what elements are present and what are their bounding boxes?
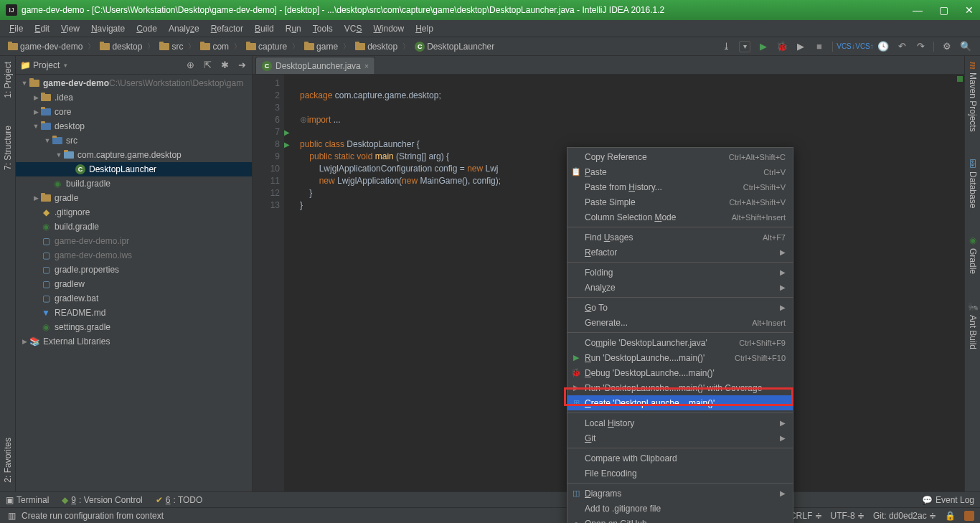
- menu-build[interactable]: Build: [250, 22, 279, 35]
- menu-navigate[interactable]: Navigate: [86, 22, 130, 35]
- search-icon[interactable]: 🔍: [960, 41, 971, 52]
- tree-root[interactable]: ▼game-dev-demo C:\Users\Workstation\Desk…: [16, 76, 252, 90]
- context-item[interactable]: Find UsagesAlt+F7: [567, 230, 793, 245]
- tree-item[interactable]: ▢gradlew.bat: [16, 291, 252, 306]
- tab-terminal[interactable]: ▣Terminal: [6, 495, 49, 505]
- breadcrumb-item[interactable]: desktop: [352, 41, 401, 52]
- collapse-icon[interactable]: ⇱: [202, 60, 213, 71]
- tree-item[interactable]: ▢game-dev-demo.ipr: [16, 234, 252, 248]
- tree-item[interactable]: ▼desktop: [16, 119, 252, 133]
- tree-item[interactable]: ▶core: [16, 105, 252, 119]
- context-item[interactable]: ○Open on GitHub: [567, 516, 793, 523]
- coverage-icon[interactable]: ▶: [795, 41, 806, 52]
- menu-run[interactable]: Run: [281, 22, 306, 35]
- tab-maven[interactable]: mMaven Projects: [966, 59, 980, 135]
- tree-item[interactable]: ▼README.md: [16, 306, 252, 320]
- menu-edit[interactable]: Edit: [29, 22, 55, 35]
- run-gutter-icon[interactable]: ▶: [284, 126, 290, 138]
- context-item[interactable]: Local History▶: [567, 415, 793, 430]
- project-tree[interactable]: ▼game-dev-demo C:\Users\Workstation\Desk…: [16, 75, 252, 491]
- breadcrumb-item[interactable]: src: [156, 41, 187, 52]
- menu-vcs[interactable]: VCS: [339, 22, 367, 35]
- tree-item[interactable]: ▢gradle.properties: [16, 263, 252, 277]
- menu-refactor[interactable]: Refactor: [206, 22, 248, 35]
- line-separator[interactable]: CRLF ≑: [790, 511, 822, 521]
- close-tab-icon[interactable]: ×: [364, 62, 369, 70]
- tree-item[interactable]: ▶.idea: [16, 90, 252, 105]
- vcs-history-icon[interactable]: 🕓: [877, 41, 889, 52]
- tab-structure[interactable]: 7: Structure: [1, 123, 14, 173]
- tab-favorites[interactable]: 2: Favorites: [1, 435, 14, 486]
- context-item[interactable]: 🐞Debug 'DesktopLaunche....main()': [567, 365, 793, 380]
- debug-icon[interactable]: 🐞: [776, 41, 788, 52]
- tree-item[interactable]: CDesktopLauncher: [16, 162, 252, 176]
- vcs-commit-icon[interactable]: VCS↑: [859, 41, 870, 52]
- run-gutter-icon[interactable]: ▶: [284, 138, 290, 151]
- run-icon[interactable]: ▶: [758, 41, 769, 52]
- hector-icon[interactable]: [964, 511, 974, 521]
- vcs-update-icon[interactable]: VCS↓: [840, 41, 852, 52]
- tool-window-toggle-icon[interactable]: ▥: [6, 510, 17, 522]
- file-encoding[interactable]: UTF-8 ≑: [831, 511, 864, 521]
- tree-item[interactable]: ▼src: [16, 133, 252, 148]
- context-item[interactable]: Compile 'DesktopLauncher.java'Ctrl+Shift…: [567, 335, 793, 350]
- menu-analyze[interactable]: Analyze: [164, 22, 204, 35]
- context-item[interactable]: Folding▶: [567, 265, 793, 280]
- tree-item[interactable]: ▢game-dev-demo.iws: [16, 248, 252, 263]
- menu-help[interactable]: Help: [410, 22, 438, 35]
- settings-gear-icon[interactable]: ✱: [219, 60, 230, 71]
- tab-project[interactable]: 1: Project: [1, 59, 14, 101]
- tree-item[interactable]: ◉build.gradle: [16, 220, 252, 234]
- context-item[interactable]: ▶Run 'DesktopLaunche....main()'Ctrl+Shif…: [567, 350, 793, 365]
- menu-code[interactable]: Code: [131, 22, 162, 35]
- run-config-selector[interactable]: ▾: [739, 41, 750, 52]
- context-item[interactable]: ⊞Create 'DesktopLaunche....main()'...: [567, 395, 793, 410]
- close-button[interactable]: ✕: [964, 5, 974, 15]
- breadcrumb-item[interactable]: desktop: [96, 41, 146, 52]
- minimize-button[interactable]: —: [913, 5, 923, 15]
- readonly-lock-icon[interactable]: 🔒: [945, 511, 956, 521]
- context-item[interactable]: Add to .gitignore file: [567, 501, 793, 516]
- context-item[interactable]: Analyze▶: [567, 280, 793, 295]
- inspection-ok-icon[interactable]: [957, 76, 963, 82]
- hide-icon[interactable]: ➜: [236, 60, 248, 71]
- context-item[interactable]: 📋PasteCtrl+V: [567, 164, 793, 179]
- menu-view[interactable]: View: [56, 22, 85, 35]
- stop-icon[interactable]: ■: [814, 41, 825, 52]
- tree-item[interactable]: ◉build.gradle: [16, 176, 252, 191]
- tab-gradle[interactable]: ◉Gradle: [966, 232, 979, 277]
- context-item[interactable]: Go To▶: [567, 300, 793, 315]
- context-item[interactable]: Git▶: [567, 430, 793, 446]
- undo-icon[interactable]: ↶: [896, 41, 908, 52]
- editor-tab[interactable]: C DesktopLauncher.java ×: [255, 57, 375, 74]
- tab-ant[interactable]: 🐜Ant Build: [966, 298, 979, 352]
- git-branch[interactable]: Git: dd0ed2ac ≑: [873, 511, 936, 521]
- context-item[interactable]: Paste from History...Ctrl+Shift+V: [567, 179, 793, 194]
- make-project-icon[interactable]: ⤓: [720, 41, 732, 52]
- autoscroll-icon[interactable]: ⊕: [184, 60, 196, 71]
- context-item[interactable]: Refactor▶: [567, 245, 793, 260]
- tab-vcs[interactable]: ◆9: Version Control: [62, 495, 142, 505]
- tree-item[interactable]: ◉settings.gradle: [16, 320, 252, 334]
- tab-event-log[interactable]: 💬Event Log: [922, 495, 974, 505]
- redo-icon[interactable]: ↷: [915, 41, 926, 52]
- tree-item[interactable]: ◆.gitignore: [16, 205, 252, 220]
- breadcrumb-item[interactable]: capture: [242, 41, 291, 52]
- menu-tools[interactable]: Tools: [308, 22, 338, 35]
- context-item[interactable]: Column Selection ModeAlt+Shift+Insert: [567, 209, 793, 225]
- tree-item[interactable]: ▶gradle: [16, 191, 252, 205]
- breadcrumb-item[interactable]: game-dev-demo: [4, 41, 86, 52]
- context-item[interactable]: Compare with Clipboard: [567, 451, 793, 466]
- context-item[interactable]: Copy ReferenceCtrl+Alt+Shift+C: [567, 149, 793, 164]
- tab-todo[interactable]: ✔6: TODO: [156, 495, 203, 505]
- settings-icon[interactable]: ⚙: [941, 41, 953, 52]
- context-item[interactable]: ▶Run 'DesktopLaunche....main()' with Cov…: [567, 380, 793, 395]
- menu-file[interactable]: File: [4, 22, 28, 35]
- tree-item[interactable]: ▼com.capture.game.desktop: [16, 148, 252, 162]
- breadcrumb-item[interactable]: CDesktopLauncher: [411, 41, 498, 52]
- tree-external-libs[interactable]: ▶📚External Libraries: [16, 334, 252, 349]
- context-item[interactable]: File Encoding: [567, 466, 793, 481]
- context-item[interactable]: Paste SimpleCtrl+Alt+Shift+V: [567, 194, 793, 209]
- tab-database[interactable]: 🗄Database: [966, 156, 979, 211]
- maximize-button[interactable]: ▢: [938, 5, 948, 15]
